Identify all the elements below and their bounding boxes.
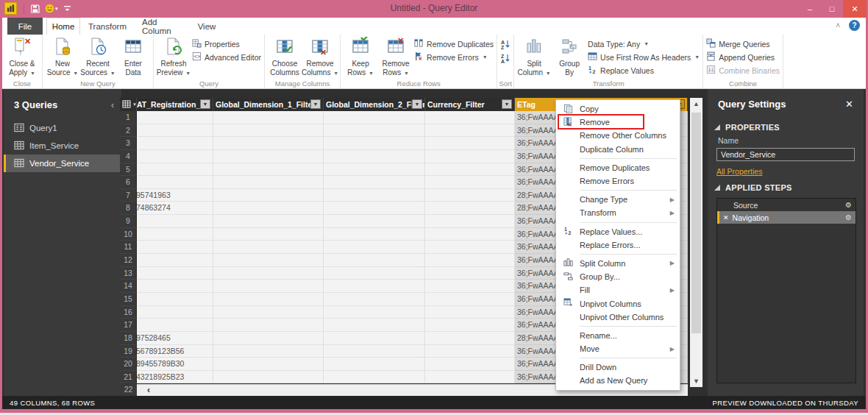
table-cell[interactable] (324, 137, 425, 150)
table-cell[interactable] (213, 332, 324, 345)
menu-item-duplicate-column[interactable]: Duplicate Column (556, 143, 680, 156)
table-cell[interactable] (425, 137, 515, 150)
table-cell[interactable] (324, 306, 425, 319)
menu-item-replace-values[interactable]: 12Replace Values... (556, 225, 680, 238)
table-cell[interactable] (425, 163, 515, 177)
scrollbar-thumb[interactable] (691, 113, 701, 333)
table-cell[interactable] (213, 241, 324, 254)
table-cell[interactable] (213, 345, 324, 358)
table-cell[interactable] (213, 176, 324, 189)
maximize-button[interactable]: □ (821, 0, 843, 18)
table-cell[interactable] (324, 163, 425, 177)
sidebar-item-query1[interactable]: Query1 (4, 119, 121, 137)
applied-steps-section-header[interactable]: APPLIED STEPS (708, 177, 864, 195)
table-cell[interactable] (213, 137, 324, 150)
sidebar-item-vendor_service[interactable]: Vendor_Service (4, 155, 121, 172)
menu-item-rename[interactable]: Rename... (556, 329, 680, 342)
append-queries-button[interactable]: Append Queries (706, 52, 780, 63)
table-cell[interactable] (324, 111, 425, 124)
remove-duplicates-button[interactable]: Remove Duplicates (414, 38, 494, 49)
menu-item-add-as-new-query[interactable]: Add as New Query (556, 374, 680, 387)
query-name-input[interactable] (716, 148, 855, 161)
table-cell[interactable] (213, 358, 324, 371)
menu-item-remove-duplicates[interactable]: Remove Duplicates (556, 161, 680, 174)
table-cell[interactable] (425, 228, 515, 241)
table-cell[interactable]: 43218925B23 (137, 371, 213, 384)
remove-rowsbutton[interactable]: ✕RemoveRows ▼ (379, 36, 413, 79)
table-cell[interactable] (137, 137, 213, 150)
table-cell[interactable] (425, 345, 515, 358)
table-cell[interactable] (137, 280, 213, 293)
table-cell[interactable] (324, 228, 425, 241)
menu-item-move[interactable]: Move▶ (556, 342, 680, 355)
table-cell[interactable] (324, 267, 425, 280)
table-cell[interactable] (324, 332, 425, 345)
table-cell[interactable]: 89455789B30 (137, 358, 213, 371)
table-cell[interactable] (324, 371, 425, 384)
table-cell[interactable] (213, 202, 324, 215)
choose-columnsbutton[interactable]: ChooseColumns (268, 36, 302, 79)
applied-step-source[interactable]: Source⚙ (717, 199, 855, 211)
properties-section-header[interactable]: PROPERTIES (708, 117, 864, 135)
table-cell[interactable] (324, 189, 425, 202)
table-cell[interactable] (137, 254, 213, 267)
table-cell[interactable] (425, 241, 515, 254)
properties-button[interactable]: Properties (192, 38, 261, 49)
tab-file[interactable]: File (7, 18, 43, 35)
table-cell[interactable] (324, 150, 425, 163)
table-cell[interactable] (213, 111, 324, 124)
close-panel-icon[interactable]: ✕ (845, 99, 853, 110)
table-cell[interactable] (137, 267, 213, 280)
menu-item-group-by[interactable]: Group By... (556, 270, 680, 283)
table-cell[interactable] (425, 371, 515, 384)
menu-item-fill[interactable]: Fill▶ (556, 283, 680, 297)
table-cell[interactable] (425, 124, 515, 138)
menu-item-remove-errors[interactable]: Remove Errors (556, 174, 680, 188)
table-cell[interactable] (324, 280, 425, 293)
table-cell[interactable] (425, 306, 515, 319)
filter-dropdown-icon[interactable]: ▼ (200, 99, 210, 109)
table-cell[interactable]: 97528465 (137, 332, 213, 345)
table-cell[interactable] (137, 306, 213, 319)
tab-transform[interactable]: Transform (83, 18, 132, 35)
sort-za-icon-button[interactable]: ZA (500, 53, 511, 64)
table-cell[interactable] (324, 358, 425, 371)
advanced-editor-button[interactable]: <>Advanced Editor (192, 52, 261, 63)
tab-home[interactable]: Home (46, 18, 80, 35)
help-icon[interactable]: ? (849, 20, 860, 31)
table-cell[interactable] (425, 358, 515, 371)
scroll-down-icon[interactable]: ▼ (690, 375, 702, 387)
merge-queries-button[interactable]: Merge Queries (706, 38, 780, 49)
table-cell[interactable] (213, 371, 324, 384)
menu-item-unpivot-columns[interactable]: Unpivot Columns (556, 297, 680, 310)
table-cell[interactable]: 56789123B56 (137, 345, 213, 358)
delete-step-icon[interactable]: ✕ (723, 214, 729, 221)
scroll-up-icon[interactable]: ▲ (690, 98, 702, 110)
remove-errors-button[interactable]: ✕Remove Errors▼ (414, 52, 494, 63)
table-cell[interactable] (425, 280, 515, 293)
select-all-corner[interactable]: ▼ (120, 98, 137, 111)
filter-dropdown-icon[interactable]: ▼ (502, 99, 512, 109)
table-cell[interactable] (213, 228, 324, 241)
use-first-row-as-headers-button[interactable]: Use First Row As Headers▼ (588, 52, 700, 63)
table-cell[interactable] (324, 319, 425, 332)
combine-binaries-button[interactable]: Combine Binaries (706, 65, 780, 76)
table-cell[interactable] (213, 267, 324, 280)
table-cell[interactable] (425, 111, 515, 124)
vertical-scrollbar[interactable]: ▲ ▼ (690, 98, 702, 387)
menu-item-change-type[interactable]: Change Type▶ (556, 193, 680, 206)
table-cell[interactable] (425, 150, 515, 163)
table-cell[interactable] (137, 293, 213, 306)
menu-item-remove[interactable]: ✕Remove (556, 116, 680, 129)
table-cell[interactable] (324, 124, 425, 138)
table-cell[interactable] (425, 215, 515, 228)
table-cell[interactable] (425, 332, 515, 345)
table-cell[interactable] (425, 202, 515, 215)
table-cell[interactable] (137, 111, 213, 124)
table-cell[interactable] (324, 176, 425, 189)
table-cell[interactable] (425, 254, 515, 267)
group-bybutton[interactable]: GroupBy (552, 36, 586, 79)
menu-item-remove-other-columns[interactable]: Remove Other Columns (556, 129, 680, 142)
gear-icon[interactable]: ⚙ (845, 213, 852, 221)
filter-dropdown-icon[interactable]: ▼ (412, 99, 422, 109)
